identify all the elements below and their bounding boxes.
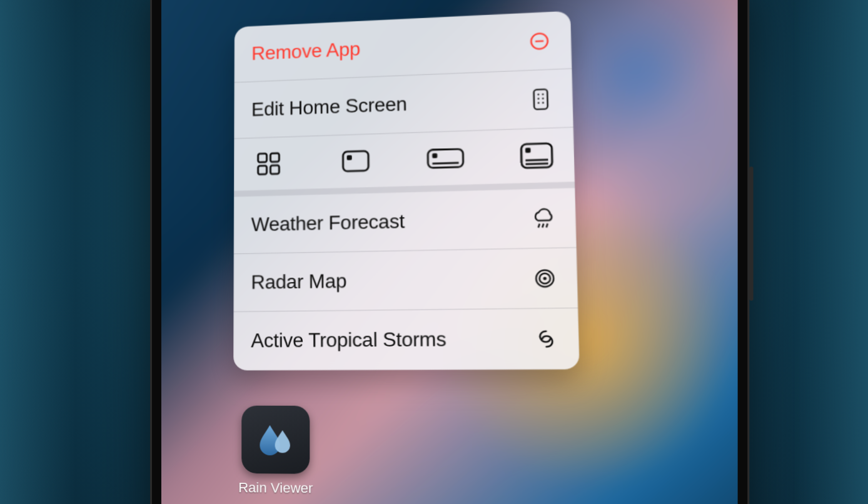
svg-point-7: [537, 103, 538, 105]
phone-screen: Remove App Edit Home Screen: [161, 0, 738, 504]
widget-size-grid-icon[interactable]: [250, 149, 287, 175]
svg-point-4: [541, 94, 543, 96]
svg-rect-10: [270, 151, 279, 160]
svg-point-3: [537, 94, 538, 96]
cyclone-icon: [530, 328, 557, 353]
phone-side-button: [749, 166, 753, 300]
radar-map-item[interactable]: Radar Map: [233, 250, 574, 312]
radar-map-label: Radar Map: [251, 270, 346, 293]
remove-app-label: Remove App: [251, 35, 361, 60]
minus-circle-icon: [526, 29, 552, 54]
widget-size-medium-icon[interactable]: [426, 145, 465, 172]
svg-rect-13: [343, 150, 369, 171]
edit-home-screen-label: Edit Home Screen: [251, 92, 407, 118]
svg-rect-19: [524, 149, 529, 154]
remove-app-item[interactable]: Remove App: [233, 11, 571, 78]
weather-forecast-item[interactable]: Weather Forecast: [233, 190, 573, 253]
svg-rect-11: [258, 164, 266, 173]
svg-line-22: [537, 225, 538, 229]
svg-rect-15: [428, 149, 463, 168]
phone-frame: Remove App Edit Home Screen: [150, 0, 749, 504]
svg-point-27: [540, 278, 543, 281]
widget-size-small-icon[interactable]: [337, 147, 375, 174]
svg-rect-9: [258, 151, 266, 160]
active-tropical-storms-item[interactable]: Active Tropical Storms: [233, 310, 575, 371]
radar-target-icon: [529, 267, 556, 293]
widget-size-row: [233, 129, 572, 195]
svg-point-6: [541, 99, 543, 101]
widget-size-large-icon[interactable]: [516, 144, 555, 171]
svg-line-23: [540, 225, 542, 229]
svg-point-8: [542, 103, 543, 104]
svg-rect-12: [270, 164, 279, 173]
app-icon-container[interactable]: Rain Viewer: [231, 406, 320, 497]
svg-line-24: [544, 225, 545, 229]
weather-forecast-label: Weather Forecast: [251, 211, 405, 235]
edit-home-screen-item[interactable]: Edit Home Screen: [233, 70, 572, 136]
rain-viewer-app-icon: [241, 406, 310, 474]
svg-point-5: [537, 99, 538, 101]
svg-line-17: [432, 163, 458, 164]
app-name-label: Rain Viewer: [231, 480, 320, 496]
active-tropical-storms-label: Active Tropical Storms: [251, 329, 445, 352]
svg-rect-14: [347, 154, 352, 159]
svg-rect-16: [432, 154, 437, 159]
svg-rect-2: [533, 90, 547, 110]
apps-grid-icon: [527, 88, 553, 113]
svg-line-21: [525, 165, 547, 166]
svg-line-20: [524, 161, 547, 162]
app-context-menu: Remove App Edit Home Screen: [233, 11, 575, 370]
cloud-rain-icon: [528, 208, 555, 233]
